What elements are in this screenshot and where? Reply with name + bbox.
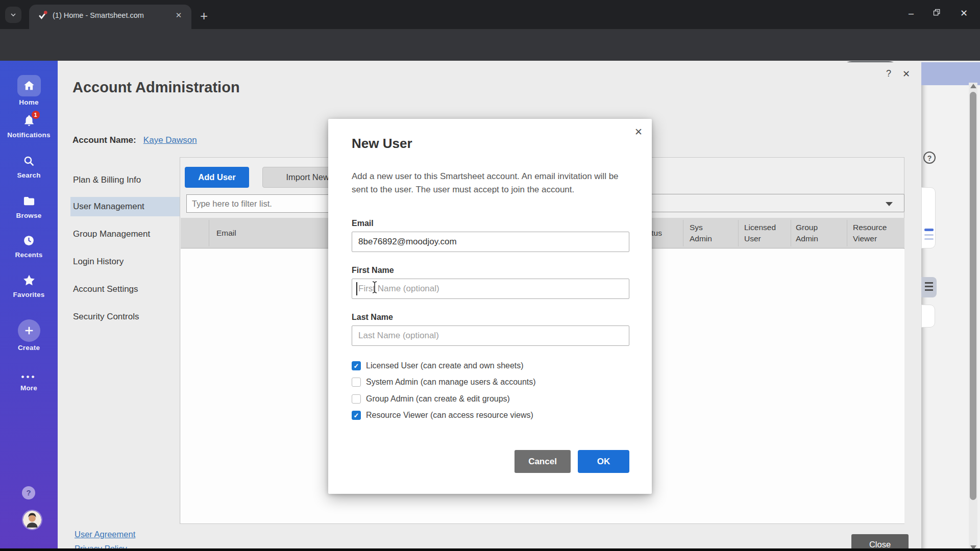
account-name-label: Account Name:: [72, 135, 136, 145]
licensed-user-checkbox[interactable]: [352, 361, 361, 370]
tab-close-button[interactable]: ✕: [173, 10, 184, 21]
email-label: Email: [352, 219, 374, 228]
screen: (1) Home - Smartsheet.com ✕ + – ✕ ← → ap…: [0, 0, 980, 551]
dialog-close-icon[interactable]: ✕: [632, 124, 645, 140]
background-hamburger-button[interactable]: [921, 277, 937, 297]
notification-badge: 1: [32, 111, 40, 119]
bell-icon: 1: [22, 114, 36, 127]
plus-icon: [18, 319, 40, 342]
ok-button[interactable]: OK: [578, 450, 629, 473]
add-user-button[interactable]: Add User: [185, 167, 249, 188]
avatar-image: [23, 511, 41, 529]
sidebar-help-button[interactable]: ?: [22, 486, 35, 499]
menu-item-plan-billing[interactable]: Plan & Billing Info: [70, 170, 182, 190]
screen-bottom-edge: [0, 548, 980, 551]
search-icon: [22, 155, 35, 167]
background-page-strip: ?: [921, 62, 980, 551]
text-caret: [356, 282, 357, 295]
column-header-resource-viewer: Resource Viewer: [853, 222, 894, 244]
menu-item-group-management[interactable]: Group Management: [70, 224, 182, 244]
clock-icon: [22, 234, 35, 247]
column-header-group-admin: Group Admin: [796, 222, 826, 244]
scrollbar-thumb[interactable]: [970, 92, 976, 500]
first-name-field[interactable]: [352, 279, 629, 299]
folder-icon: [22, 194, 36, 208]
browser-toolbar: ← → app.smartsheet.com/home ☆ Incognito …: [0, 29, 980, 61]
window-close-button[interactable]: ✕: [960, 9, 968, 18]
user-agreement-link[interactable]: User Agreement: [75, 530, 135, 539]
restore-icon: [933, 9, 941, 16]
last-name-field[interactable]: [352, 325, 629, 346]
menu-item-security-controls[interactable]: Security Controls: [70, 307, 182, 327]
column-header-email: Email: [216, 228, 236, 239]
user-avatar[interactable]: [23, 511, 41, 529]
dialog-title: New User: [352, 136, 412, 152]
account-name-row: Account Name: Kaye Dawson: [72, 135, 197, 145]
last-name-label: Last Name: [352, 313, 393, 322]
checkbox-row-system-admin: System Admin (can manage users & account…: [352, 377, 536, 387]
sidebar-item-favorites[interactable]: Favorites: [0, 273, 58, 298]
browser-tab[interactable]: (1) Home - Smartsheet.com ✕: [29, 5, 191, 29]
system-admin-checkbox[interactable]: [352, 378, 361, 387]
tab-search-button[interactable]: [5, 7, 21, 23]
sidebar-item-notifications[interactable]: 1 Notifications: [0, 114, 58, 139]
cancel-button[interactable]: Cancel: [514, 450, 571, 473]
panel-help-button[interactable]: ?: [886, 68, 891, 80]
star-icon: [22, 273, 36, 287]
sidebar-item-recents[interactable]: Recents: [0, 234, 58, 259]
window-controls: – ✕: [909, 0, 980, 27]
sidebar-item-create[interactable]: Create: [0, 319, 58, 352]
ellipsis-icon: •••: [21, 372, 37, 382]
window-restore-button[interactable]: [933, 9, 941, 18]
background-widget-2: [921, 305, 935, 328]
background-help-button[interactable]: ?: [923, 152, 936, 164]
chevron-down-icon: [9, 11, 17, 19]
sidebar-item-more[interactable]: ••• More: [0, 372, 58, 392]
background-header-band: [921, 62, 980, 85]
sidebar-item-browse[interactable]: Browse: [0, 194, 58, 219]
account-name-link[interactable]: Kaye Dawson: [143, 135, 197, 145]
dialog-description: Add a new user to this Smartsheet accoun…: [352, 170, 630, 196]
scroll-up-arrow-icon[interactable]: [970, 84, 976, 88]
page-scrollbar[interactable]: [969, 83, 977, 551]
column-header-licensed-user: Licensed User: [744, 222, 785, 244]
first-name-label: First Name: [352, 266, 394, 275]
column-header-sys-admin: Sys Admin: [690, 222, 721, 244]
page-title: Account Administration: [72, 79, 240, 96]
app-sidebar: Home 1 Notifications Search Browse R: [0, 61, 58, 551]
smartsheet-favicon-icon: [37, 10, 47, 20]
email-field[interactable]: [352, 232, 629, 252]
new-tab-button[interactable]: +: [200, 8, 208, 24]
menu-item-account-settings[interactable]: Account Settings: [70, 280, 182, 299]
menu-item-login-history[interactable]: Login History: [70, 252, 182, 271]
caret-down-icon: [886, 202, 893, 206]
window-minimize-button[interactable]: –: [909, 9, 914, 18]
new-user-dialog: ✕ New User Add a new user to this Smarts…: [328, 119, 652, 494]
group-admin-checkbox[interactable]: [352, 394, 361, 404]
resource-viewer-checkbox[interactable]: [352, 411, 361, 420]
checkbox-row-group-admin: Group Admin (can create & edit groups): [352, 394, 510, 404]
checkbox-row-licensed-user: Licensed User (can create and own sheets…: [352, 361, 524, 371]
sidebar-item-search[interactable]: Search: [0, 155, 58, 179]
menu-item-user-management[interactable]: User Management: [70, 197, 182, 216]
text-cursor: [371, 281, 378, 296]
home-icon: [17, 75, 41, 96]
background-widget: [921, 187, 936, 248]
checkbox-row-resource-viewer: Resource Viewer (can access resource vie…: [352, 410, 533, 420]
tab-title: (1) Home - Smartsheet.com: [53, 11, 173, 19]
panel-close-button[interactable]: ✕: [902, 68, 910, 80]
browser-tab-strip: (1) Home - Smartsheet.com ✕ + – ✕: [0, 0, 980, 29]
sidebar-item-home[interactable]: Home: [0, 75, 58, 106]
